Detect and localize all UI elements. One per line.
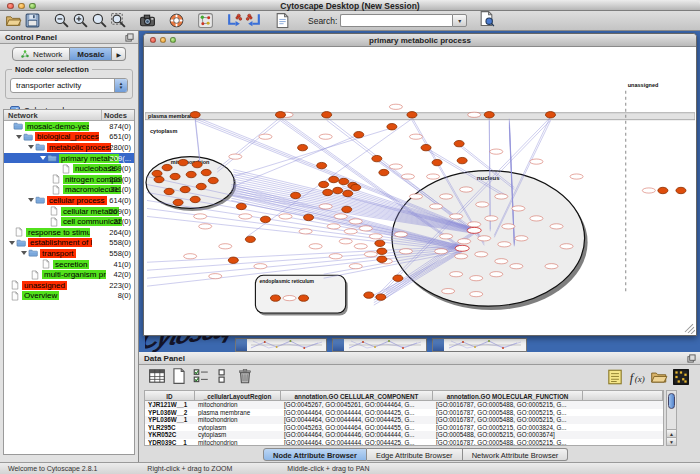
table-row[interactable]: YDR039C__1mitochondrion[GO:0044464, GO:0…	[145, 439, 663, 446]
minimized-titlebar[interactable]	[333, 339, 344, 351]
table-row[interactable]: YJR121W__1mitochondrion[GO:0045267, GO:0…	[145, 401, 663, 409]
scrollbar-thumb[interactable]	[668, 393, 675, 409]
network-node-label[interactable]	[354, 244, 367, 249]
network-node-label[interactable]	[319, 134, 332, 139]
tree-row-transport[interactable]: transport558(0)	[4, 248, 134, 259]
camera-icon[interactable]	[139, 12, 156, 29]
network-node-label[interactable]	[319, 204, 332, 209]
network-edge[interactable]	[233, 135, 358, 187]
network-node-label[interactable]	[530, 159, 543, 164]
table-cell[interactable]: plasma membrane	[195, 409, 281, 417]
network-node-label[interactable]	[327, 224, 340, 229]
disclosure-triangle-icon[interactable]	[28, 198, 34, 202]
table-cell[interactable]: mitochondrion	[195, 439, 281, 446]
network-node[interactable]	[545, 112, 555, 118]
network-node-label[interactable]	[642, 188, 655, 193]
tree-column-network[interactable]: Network	[4, 110, 102, 120]
network-node[interactable]	[299, 295, 309, 301]
network-node[interactable]	[317, 162, 327, 168]
tree-row-nucleobase-[interactable]: nucleobase-209(0)	[4, 163, 134, 174]
network-node-label[interactable]	[450, 214, 463, 219]
network-node[interactable]	[236, 203, 246, 209]
network-overview-icon[interactable]	[197, 12, 214, 29]
network-node-label[interactable]	[560, 244, 573, 249]
network-node[interactable]	[201, 169, 211, 175]
network-node-label[interactable]	[440, 194, 453, 199]
table-cell[interactable]: YLR295C	[145, 424, 195, 432]
table-cell[interactable]: cytoplasm	[195, 431, 281, 439]
network-node-label[interactable]	[339, 239, 352, 244]
network-node-label[interactable]	[512, 206, 525, 211]
tab-edge-attribute-browser[interactable]: Edge Attribute Browser	[367, 448, 463, 461]
network-node-label[interactable]	[409, 134, 422, 139]
network-node[interactable]	[180, 186, 190, 192]
network-node-label[interactable]	[490, 149, 503, 154]
network-node[interactable]	[343, 190, 353, 196]
network-node-label[interactable]	[389, 164, 402, 169]
network-node[interactable]	[260, 216, 270, 222]
minimized-titlebar[interactable]	[433, 339, 444, 351]
network-node-label[interactable]	[401, 174, 414, 179]
scroll-up-icon[interactable]: ▲	[667, 429, 676, 437]
disclosure-triangle-icon[interactable]	[9, 241, 15, 245]
table-row[interactable]: YLR295Ccytoplasm[GO:0045263, GO:0044464,…	[145, 424, 663, 432]
network-node-label[interactable]	[510, 264, 523, 269]
tree-row-overview[interactable]: Overview8(0)	[4, 291, 134, 302]
network-node-label[interactable]	[194, 214, 207, 219]
zoom-actual-icon[interactable]	[91, 12, 108, 29]
column-header-2[interactable]: annotation.GO CELLULAR_COMPONENT	[281, 391, 433, 401]
network-node[interactable]	[329, 176, 339, 182]
network-hub-node[interactable]	[467, 227, 481, 233]
resize-grip-icon[interactable]	[685, 324, 695, 334]
network-node[interactable]	[186, 171, 196, 177]
network-edge[interactable]	[217, 117, 280, 169]
network-node[interactable]	[152, 170, 162, 176]
network-node-label[interactable]	[299, 229, 312, 234]
network-node[interactable]	[454, 140, 464, 146]
network-node-label[interactable]	[359, 226, 372, 231]
table-cell[interactable]: YKR052C	[145, 431, 195, 439]
tree-row-response-to-stimulu[interactable]: response to stimulu264(0)	[4, 227, 134, 238]
import-attributes-icon[interactable]	[650, 368, 668, 386]
minimized-network-window[interactable]	[332, 338, 427, 352]
network-node[interactable]	[372, 155, 382, 161]
network-node[interactable]	[339, 178, 349, 184]
network-node[interactable]	[173, 199, 183, 205]
network-node-label[interactable]	[394, 232, 407, 237]
network-node-label[interactable]	[435, 249, 448, 254]
network-node[interactable]	[322, 112, 332, 118]
delete-attribute-icon[interactable]	[236, 367, 254, 385]
network-node-label[interactable]	[476, 202, 489, 207]
minimized-network-window[interactable]	[432, 338, 527, 352]
minimized-network-window[interactable]	[235, 338, 327, 352]
network-node[interactable]	[377, 256, 387, 262]
network-node[interactable]	[379, 169, 389, 175]
network-node-label[interactable]	[329, 254, 342, 259]
apply-layout-icon[interactable]	[226, 12, 243, 29]
network-node[interactable]	[676, 187, 686, 193]
network-node-label[interactable]	[209, 274, 222, 279]
table-cell[interactable]: [GO:0045267, GO:0045261, GO:0044464, G..…	[281, 401, 433, 409]
network-node-label[interactable]	[495, 194, 508, 199]
network-node-label[interactable]	[440, 234, 453, 239]
network-node-label[interactable]	[279, 214, 292, 219]
network-node-label[interactable]	[442, 289, 455, 294]
table-cell[interactable]: [GO:0016787, GO:0005488, GO:0005215, G..…	[433, 401, 583, 409]
network-node[interactable]	[270, 295, 280, 301]
network-node[interactable]	[245, 236, 255, 242]
network-canvas[interactable]: plasma membranecytoplasmmitochondrionnuc…	[145, 47, 695, 334]
table-cell[interactable]: [GO:0044464, GO:0044444, GO:0044425, G..…	[281, 416, 433, 424]
color-attribute-combobox[interactable]: transporter activity ▲▼	[10, 78, 128, 93]
annotation-icon[interactable]	[274, 12, 291, 29]
network-node-label[interactable]	[389, 104, 402, 109]
scroll-down-icon[interactable]: ▼	[667, 437, 676, 445]
attribute-table-icon[interactable]	[148, 367, 166, 385]
network-node[interactable]	[170, 173, 180, 179]
zoom-fit-selected-icon[interactable]	[110, 12, 127, 29]
network-node-label[interactable]	[515, 236, 528, 241]
zoom-in-icon[interactable]	[72, 12, 89, 29]
help-ring-icon[interactable]	[168, 12, 185, 29]
tree-row-macromolecule[interactable]: macromolecule311(0)	[4, 185, 134, 196]
table-row[interactable]: YPL036W__2plasma membrane[GO:0044464, GO…	[145, 409, 663, 417]
network-node-label[interactable]	[498, 242, 511, 247]
